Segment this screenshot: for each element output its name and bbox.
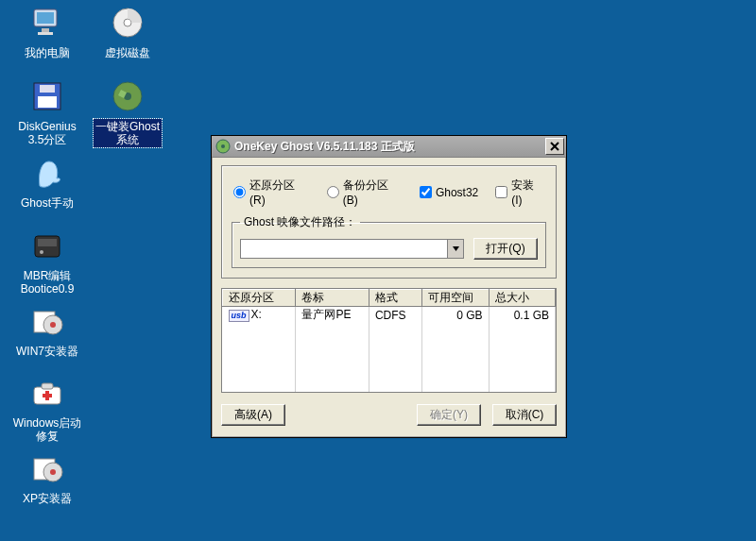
backup-radio-input[interactable] — [327, 186, 339, 198]
ghost-icon — [28, 154, 66, 192]
path-dropdown-button[interactable] — [447, 240, 463, 258]
close-button[interactable] — [545, 138, 564, 155]
desktop-icon-win7-installer[interactable]: WIN7安装器 — [9, 302, 85, 359]
desktop-icon-diskgenius[interactable]: DiskGenius 3.5分区 — [9, 77, 85, 147]
cell-drive: usbX: — [223, 307, 296, 324]
desktop-icon-virtual-disk[interactable]: 虚拟磁盘 — [90, 4, 165, 60]
desktop-icon-label: 我的电脑 — [23, 45, 72, 60]
svg-rect-1 — [37, 12, 54, 24]
desktop-icon-mbr-bootice[interactable]: MBR编辑 Bootice0.9 — [9, 227, 85, 296]
open-button-label: 打开(Q) — [486, 241, 524, 257]
desktop-icon-label: WIN7安装器 — [14, 344, 80, 359]
path-legend: Ghost 映像文件路径： — [240, 214, 360, 230]
restore-radio[interactable]: 还原分区(R) — [233, 178, 310, 207]
install-checkbox-input[interactable] — [495, 186, 507, 198]
open-button[interactable]: 打开(Q) — [473, 238, 538, 260]
desktop-icon-windows-boot-repair[interactable]: Windows启动 修复 — [9, 374, 85, 444]
drive-label: X: — [251, 308, 262, 321]
computer-icon — [28, 4, 66, 42]
desktop-icon-xp-installer[interactable]: XP安装器 — [9, 449, 85, 506]
desktop-icon-ghost-manual[interactable]: Ghost手动 — [9, 154, 85, 211]
restore-radio-label: 还原分区(R) — [249, 178, 310, 207]
window-title: OneKey Ghost V6.5.11.183 正式版 — [234, 139, 545, 155]
col-restore-partition[interactable]: 还原分区 — [223, 290, 296, 307]
svg-point-13 — [40, 250, 43, 254]
backup-radio[interactable]: 备份分区(B) — [327, 178, 403, 207]
cancel-button[interactable]: 取消(C) — [492, 404, 557, 426]
cd-box2-icon — [28, 449, 66, 487]
firstaid-icon — [28, 374, 66, 412]
ok-button[interactable]: 确定(Y) — [417, 404, 481, 426]
titlebar[interactable]: OneKey Ghost V6.5.11.183 正式版 — [212, 136, 566, 158]
svg-point-23 — [50, 469, 56, 475]
table-row: . — [223, 358, 556, 375]
usb-icon: usb — [229, 310, 249, 322]
desktop-icon-label: MBR编辑 Bootice0.9 — [19, 268, 77, 296]
cell-volume: 量产网PE — [296, 307, 369, 324]
backup-radio-label: 备份分区(B) — [343, 178, 403, 207]
table-row: . — [223, 375, 556, 392]
svg-point-5 — [124, 19, 131, 26]
cd-green-icon — [109, 77, 146, 115]
table-row: . — [223, 324, 556, 341]
desktop-icon-onekey-ghost[interactable]: 一键装Ghost 系统 — [90, 77, 165, 147]
chevron-down-icon — [452, 245, 460, 253]
cell-total: 0.1 GB — [489, 307, 555, 324]
ghost32-checkbox[interactable]: Ghost32 — [420, 186, 478, 199]
close-icon — [550, 142, 559, 151]
install-checkbox[interactable]: 安装(I) — [495, 178, 544, 207]
restore-radio-input[interactable] — [233, 186, 246, 198]
table-row[interactable]: usbX: 量产网PE CDFS 0 GB 0.1 GB — [223, 307, 556, 324]
col-volume[interactable]: 卷标 — [296, 290, 369, 307]
svg-rect-2 — [42, 28, 49, 32]
svg-rect-20 — [43, 394, 52, 397]
col-format[interactable]: 格式 — [369, 290, 421, 307]
svg-rect-18 — [42, 383, 53, 389]
path-fieldset: Ghost 映像文件路径： 打开(Q) — [232, 214, 546, 268]
desktop-icon-label: Windows启动 修复 — [11, 415, 84, 444]
svg-rect-7 — [40, 85, 55, 93]
desktop-icon-label: XP安装器 — [21, 491, 74, 506]
table-row: . — [223, 341, 556, 358]
desktop-icon-label: Ghost手动 — [19, 195, 76, 211]
desktop-icon-label: DiskGenius 3.5分区 — [16, 119, 77, 147]
advanced-button-label: 高级(A) — [234, 407, 272, 423]
app-icon — [215, 139, 231, 154]
cell-format: CDFS — [369, 307, 421, 324]
onekey-ghost-dialog: OneKey Ghost V6.5.11.183 正式版 还原分区(R) 备份分… — [211, 135, 567, 438]
desktop-icon-my-computer[interactable]: 我的电脑 — [9, 4, 85, 60]
svg-rect-3 — [38, 32, 53, 35]
svg-rect-8 — [38, 96, 57, 108]
ok-button-label: 确定(Y) — [430, 407, 468, 423]
floppy-icon — [28, 77, 66, 115]
path-combobox[interactable] — [240, 239, 464, 259]
svg-rect-12 — [38, 239, 57, 246]
disk-dark-icon — [28, 227, 66, 264]
options-group: 还原分区(R) 备份分区(B) Ghost32 安装(I) Ghost 映像文件… — [221, 165, 557, 279]
install-checkbox-label: 安装(I) — [511, 178, 544, 207]
desktop-icon-label: 一键装Ghost 系统 — [94, 119, 162, 147]
svg-point-25 — [221, 144, 225, 148]
svg-point-16 — [50, 322, 56, 328]
col-total[interactable]: 总大小 — [489, 290, 555, 307]
cell-free: 0 GB — [422, 307, 489, 324]
ghost32-checkbox-label: Ghost32 — [436, 186, 478, 199]
col-free[interactable]: 可用空间 — [422, 290, 489, 307]
desktop-icon-label: 虚拟磁盘 — [103, 45, 152, 60]
cancel-button-label: 取消(C) — [506, 407, 544, 423]
ghost32-checkbox-input[interactable] — [420, 186, 432, 198]
cd-box1-icon — [28, 302, 66, 340]
path-input[interactable] — [241, 240, 447, 258]
partition-table[interactable]: 还原分区 卷标 格式 可用空间 总大小 usbX: 量产网PE CDFS 0 G… — [221, 288, 557, 393]
cd-icon — [109, 4, 146, 42]
advanced-button[interactable]: 高级(A) — [221, 404, 285, 426]
